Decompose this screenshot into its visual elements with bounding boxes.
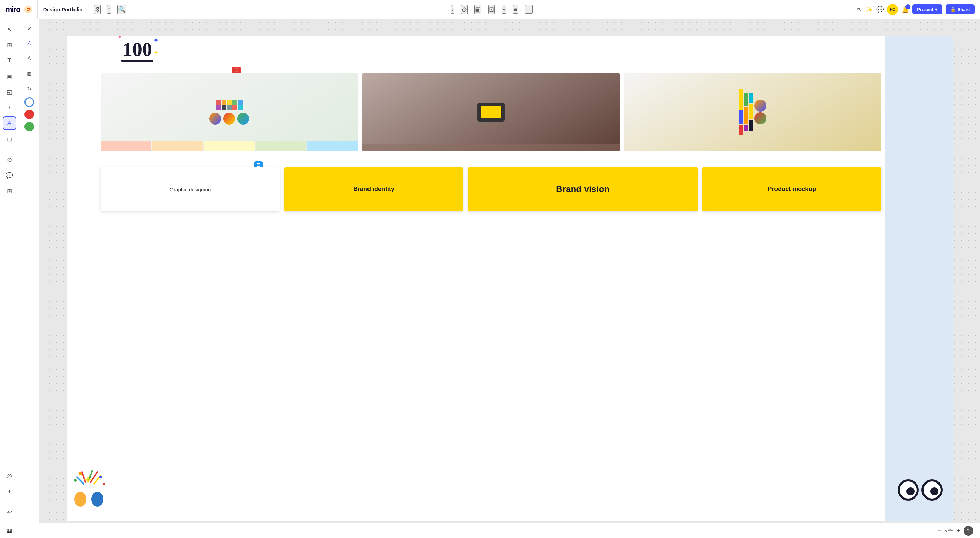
timer-tool[interactable]: ⊙ [461,5,468,14]
topbar-left: miro 🛡 [0,0,38,19]
sticky-note-tool[interactable]: ▣ [3,69,16,83]
settings-button[interactable]: ⚙ [94,5,101,14]
board-panel: ✦ 100 ✦ ✦ ☰ [67,36,490,269]
spark-blue-icon: ✦ [153,36,159,44]
canvas-area[interactable]: ✦ 100 ✦ ✦ ☰ [40,19,490,269]
images-row [101,73,490,151]
image-1-graphic-design [101,73,358,151]
sticky-graphic-designing[interactable]: Graphic designing [101,167,280,211]
color-picker-outline[interactable] [24,97,34,107]
rotate-tool[interactable]: ↻ [23,82,35,95]
grid-tool[interactable]: ⊞ [3,184,16,198]
sticky-notes-row: Graphic designing Brand identity Brand v… [101,167,490,211]
screen-tool[interactable]: ▣ [474,5,482,14]
upload-button[interactable]: ↑ [107,5,111,14]
close-secondary[interactable]: ✕ [23,22,35,35]
sticky-brand-identity[interactable]: Brand identity [285,167,463,211]
comment-tool[interactable]: 💬 [3,169,16,182]
frame-tool[interactable]: ⊞ [3,38,16,52]
toolbar-separator [4,149,15,150]
image-2-laptop [363,73,490,151]
sticky-graphic-designing-label: Graphic designing [169,186,211,193]
select-tool[interactable]: ↖ [3,22,16,36]
topbar: miro 🛡 Design Portfolio ⚙ ↑ 🔍 › ⊙ ▣ ⊡ 9 … [0,0,490,19]
topbar-actions: ⚙ ↑ 🔍 [89,0,132,19]
spark-pink-icon: ✦ [118,34,123,41]
left-toolbar: ↖ ⊞ T ▣ ◱ / A ◻ ⊙ 💬 ⊞ ◎ + ↩ ↪ [0,19,19,269]
color-picker-green[interactable] [24,122,34,131]
chevron-tool[interactable]: › [451,5,454,14]
secondary-toolbar: ✕ A A ⊠ ↻ [19,19,40,269]
font-style-b[interactable]: A [23,53,35,65]
topbar-center-tools: › ⊙ ▣ ⊡ 9 ≡ … [132,5,490,14]
font-style-a[interactable]: A [23,37,35,50]
title-section: Design Portfolio [38,0,89,19]
sticky-brand-vision[interactable]: Brand vision [468,167,490,211]
text-tool[interactable]: T [3,54,16,67]
color-picker-red[interactable] [24,110,34,119]
sticky-brand-identity-label: Brand identity [353,185,395,193]
comment-icon-2: ☰ [256,163,260,168]
miro-logo: miro [5,5,21,14]
security-badge-icon: 🛡 [24,6,32,13]
lasso-tool[interactable]: ⊙ [3,153,16,166]
eraser-tool[interactable]: ◻ [3,132,16,146]
transform-tool[interactable]: ⊠ [23,67,35,80]
font-tool-active[interactable]: A [3,117,16,130]
board-title: Design Portfolio [43,6,83,12]
pen-tool[interactable]: / [3,101,16,114]
shape-tool[interactable]: ◱ [3,85,16,99]
sticker-100-text: 100 [123,40,152,59]
comment-icon-1: ☰ [234,68,238,73]
frame-tool[interactable]: ⊡ [488,5,490,14]
sticker-100: ✦ 100 ✦ ✦ [121,40,153,62]
search-button[interactable]: 🔍 [118,5,126,14]
canvas-content: ✦ 100 ✦ ✦ ☰ [40,19,490,269]
spark-yellow-icon: ✦ [154,49,158,56]
